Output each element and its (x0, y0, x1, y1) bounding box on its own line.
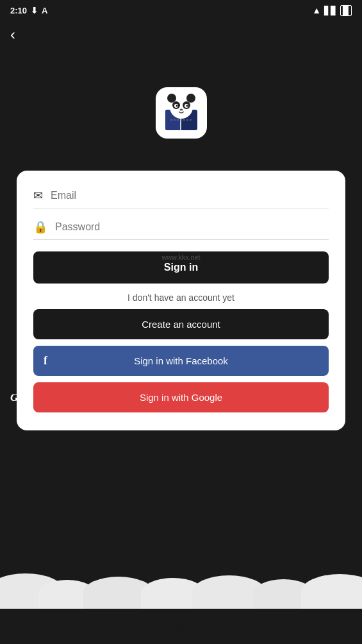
email-input[interactable] (51, 190, 329, 201)
svg-point-13 (179, 109, 183, 111)
signin-label: Sign in (164, 262, 198, 273)
logo-area (0, 49, 362, 171)
facebook-signin-button[interactable]: f Sign in with Facebook (33, 346, 329, 376)
back-icon: ‹ (10, 26, 15, 43)
email-input-group: ✉ (33, 189, 329, 208)
google-icon: G (10, 391, 18, 404)
svg-point-5 (167, 94, 176, 103)
lock-icon: 🔒 (33, 220, 47, 234)
time-display: 2:10 (10, 6, 27, 15)
create-account-button[interactable]: Create an account (33, 309, 329, 339)
create-account-label: Create an account (142, 319, 220, 330)
svg-point-6 (186, 94, 195, 103)
download-icon: ⬇ (31, 6, 38, 15)
facebook-icon: f (44, 354, 47, 368)
password-input[interactable] (55, 221, 329, 233)
google-label: Sign in with Google (140, 392, 222, 403)
password-input-group: 🔒 (33, 220, 329, 240)
google-signin-button[interactable]: G Sign in with Google (33, 382, 329, 412)
status-bar: 2:10 ⬇ A ▲ ▋▊ ▉ (0, 0, 362, 21)
svg-point-12 (186, 105, 188, 107)
forgot-password-link[interactable]: Forgot password (0, 624, 362, 635)
email-icon: ✉ (33, 189, 43, 203)
no-account-text: I don't have an account yet (33, 292, 329, 303)
wifi-icon: ▲ (312, 5, 321, 15)
status-time: 2:10 ⬇ A (10, 6, 47, 15)
app-logo (156, 87, 207, 139)
panda-logo-svg (159, 90, 204, 135)
a-icon: A (42, 6, 47, 15)
facebook-label: Sign in with Facebook (134, 355, 228, 366)
login-card: ✉ 🔒 www.kkx.net Sign in I don't have an … (17, 171, 345, 430)
back-button[interactable]: ‹ (0, 21, 26, 49)
clouds-decoration (0, 570, 362, 609)
signin-button[interactable]: www.kkx.net Sign in (33, 251, 329, 284)
status-icons: ▲ ▋▊ ▉ (312, 5, 352, 16)
svg-point-11 (176, 105, 177, 107)
battery-icon: ▉ (340, 5, 352, 16)
signal-icon: ▋▊ (324, 6, 337, 15)
forgot-password-label: Forgot password (145, 624, 217, 635)
